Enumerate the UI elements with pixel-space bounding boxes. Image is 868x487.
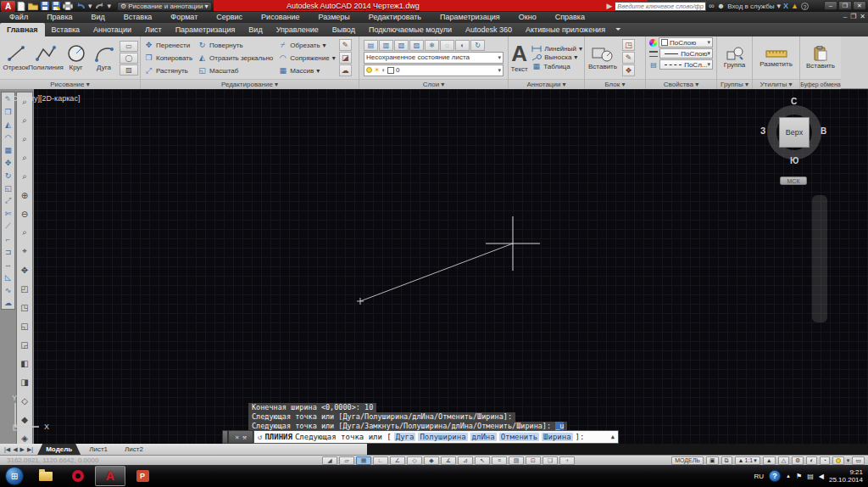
annotation-visibility-icon[interactable]: ▲ bbox=[763, 456, 776, 465]
polar-tracking-icon[interactable]: ∠ bbox=[390, 456, 405, 465]
layer-state-dropdown[interactable]: Несохраненное состояние листа ▾ bbox=[364, 52, 504, 64]
erase-icon[interactable]: ✎ bbox=[339, 39, 352, 51]
quick-properties-icon[interactable]: ⊡ bbox=[526, 456, 541, 465]
polyline-tool[interactable]: Полилиния bbox=[30, 44, 62, 71]
menu-dimension[interactable]: Размеры bbox=[309, 12, 359, 23]
option-length[interactable]: длИна bbox=[470, 433, 497, 441]
array-tool[interactable]: ▦Массив ▾ bbox=[278, 66, 335, 75]
undo-icon[interactable] bbox=[75, 2, 86, 10]
quick-view-layouts-icon[interactable]: ▣ bbox=[706, 456, 719, 465]
panel-utilities-title[interactable]: Утилиты ▾ bbox=[753, 79, 799, 89]
ellipse-icon[interactable]: ◯ bbox=[120, 53, 138, 64]
dimension-tool[interactable]: Линейный ▾ bbox=[531, 45, 582, 53]
mirror-tool[interactable]: ◭Отразить зеркально bbox=[198, 53, 273, 62]
layer-off-icon[interactable]: ◌ bbox=[440, 40, 454, 51]
measure-tool[interactable]: Разметить bbox=[754, 48, 798, 68]
wcs-button[interactable]: МСК bbox=[780, 176, 807, 185]
panel-properties-title[interactable]: Свойства ▾ bbox=[646, 79, 716, 89]
edit-block-icon[interactable]: ✎ bbox=[622, 52, 635, 64]
linetype-dropdown[interactable]: ПоСл... ▾ bbox=[659, 59, 713, 70]
viewcube-south[interactable]: Ю bbox=[790, 156, 798, 165]
panel-annotation-title[interactable]: Аннотации ▾ bbox=[509, 79, 584, 89]
annotation-scale-button[interactable]: ▲ 1:1 ▾ bbox=[735, 456, 760, 465]
object-snap-tracking-icon[interactable]: ∡ bbox=[441, 456, 456, 465]
isolate-objects-icon[interactable] bbox=[832, 456, 844, 465]
undo-dropdown-icon[interactable]: ▾ bbox=[88, 2, 92, 11]
hatch-icon[interactable]: ▨ bbox=[120, 64, 138, 76]
option-undo[interactable]: Отменить bbox=[499, 433, 539, 441]
prev-sheet-icon[interactable]: ◀ bbox=[13, 446, 17, 453]
attrib-icon[interactable]: ❖ bbox=[622, 64, 635, 76]
layer-isolate-icon[interactable]: ▨ bbox=[409, 40, 424, 51]
ortho-mode-icon[interactable]: ∟ bbox=[373, 456, 388, 465]
lineweight-icon[interactable]: ≡ bbox=[492, 456, 507, 465]
workspace-switcher[interactable]: ⚙ Рисование и аннотации ▾ bbox=[117, 2, 212, 11]
menu-help[interactable]: Справка bbox=[546, 12, 594, 23]
help-icon[interactable]: ? bbox=[801, 3, 809, 10]
menu-tools[interactable]: Сервис bbox=[207, 12, 252, 23]
close-button[interactable]: ✕ bbox=[853, 1, 866, 10]
menu-draw[interactable]: Рисование bbox=[252, 12, 309, 23]
language-indicator[interactable]: RU bbox=[754, 473, 765, 480]
option-arc[interactable]: Дуга bbox=[394, 433, 416, 441]
tab-parametric[interactable]: Параметризация bbox=[169, 23, 242, 36]
panel-draw-title[interactable]: Рисование ▾ bbox=[0, 79, 140, 89]
dynamic-ucs-icon[interactable]: ⊿ bbox=[458, 456, 473, 465]
rotate-tool[interactable]: ↻Повернуть bbox=[198, 41, 273, 49]
transparency-icon[interactable]: ▨ bbox=[509, 456, 524, 465]
hardware-accel-icon[interactable]: ◔ bbox=[820, 456, 830, 465]
clean-screen-icon[interactable]: ▭ bbox=[852, 456, 865, 465]
search-input[interactable] bbox=[615, 2, 706, 11]
menu-window[interactable]: Окно bbox=[509, 12, 546, 23]
line-tool[interactable]: Отрезок bbox=[2, 44, 30, 71]
table-tool[interactable]: ▦ Таблица bbox=[531, 62, 582, 70]
panel-clipboard-title[interactable]: Буфер обмена bbox=[800, 79, 841, 89]
tray-expand-icon[interactable]: ▲ bbox=[786, 473, 791, 479]
redo-dropdown-icon[interactable]: ▾ bbox=[108, 2, 112, 11]
tab-manage[interactable]: Управление bbox=[270, 23, 326, 36]
command-close-icon[interactable]: ✕ bbox=[235, 434, 239, 441]
option-width[interactable]: Ширина bbox=[542, 433, 573, 441]
copy-tool[interactable]: ❐Копировать bbox=[144, 53, 192, 62]
option-halfwidth[interactable]: Полуширина bbox=[418, 433, 467, 441]
rectangle-icon[interactable]: ▭ bbox=[120, 41, 138, 52]
stretch-tool[interactable]: ⤢Растянуть bbox=[144, 66, 192, 76]
move-tool[interactable]: ✥Перенести bbox=[144, 41, 192, 49]
command-input[interactable]: ↺ ПЛИНИЯ Следующая точка или [ Дуга Полу… bbox=[253, 430, 619, 444]
taskbar-powerpoint[interactable]: P bbox=[127, 466, 158, 486]
text-tool[interactable]: A Текст bbox=[510, 42, 528, 73]
exchange-icon[interactable]: X bbox=[783, 2, 788, 11]
viewcube-top-face[interactable]: Верх bbox=[779, 117, 810, 148]
autocad-app-menu-icon[interactable]: A bbox=[1, 1, 15, 12]
menu-edit[interactable]: Правка bbox=[37, 12, 81, 23]
status-menu-icon[interactable]: ▾ bbox=[847, 457, 850, 464]
tab-plugins[interactable]: Подключаемые модули bbox=[362, 23, 459, 36]
object-snap-icon[interactable]: ◇ bbox=[407, 456, 422, 465]
minimize-button[interactable]: – bbox=[824, 1, 837, 10]
open-file-icon[interactable] bbox=[28, 2, 38, 10]
tab-annotate[interactable]: Аннотации bbox=[86, 23, 138, 36]
drawing-canvas[interactable]: [-][Сверху][2D-каркас] С В Ю З Верх МСК … bbox=[0, 89, 868, 444]
fillet-tool[interactable]: ◠Сопряжение ▾ bbox=[278, 53, 335, 62]
panel-groups-title[interactable]: Группы ▾ bbox=[717, 79, 752, 89]
menu-parametric[interactable]: Параметризация bbox=[431, 12, 509, 23]
taskbar-autocad[interactable]: A bbox=[95, 466, 125, 486]
restore-button[interactable]: ❐ bbox=[838, 1, 852, 10]
plot-icon[interactable] bbox=[63, 2, 73, 10]
next-sheet-icon[interactable]: ▶ bbox=[20, 446, 25, 453]
tab-autodesk360[interactable]: Autodesk 360 bbox=[459, 23, 519, 36]
layer-match-icon[interactable]: ▥ bbox=[379, 40, 393, 51]
comm-center-icon[interactable]: ▲ bbox=[791, 2, 798, 11]
grid-display-icon[interactable]: ▦ bbox=[356, 456, 371, 465]
save-as-icon[interactable] bbox=[52, 2, 60, 10]
circle-tool[interactable]: Круг bbox=[62, 44, 90, 71]
layer-freeze-icon[interactable]: ❄ bbox=[425, 40, 439, 51]
taskbar-clock[interactable]: 9:21 25.10.2014 bbox=[829, 468, 863, 484]
tab-view[interactable]: Вид bbox=[242, 23, 269, 36]
tab-model[interactable]: Модель bbox=[37, 444, 81, 455]
taskbar-opera[interactable] bbox=[63, 466, 93, 486]
signin-dropdown-icon[interactable]: ▾ bbox=[777, 2, 782, 11]
tab-layout1[interactable]: Лист1 bbox=[81, 444, 116, 455]
model-space-button[interactable]: МОДЕЛЬ bbox=[671, 456, 704, 465]
color-dropdown[interactable]: ПоСлою ▾ bbox=[659, 37, 713, 48]
